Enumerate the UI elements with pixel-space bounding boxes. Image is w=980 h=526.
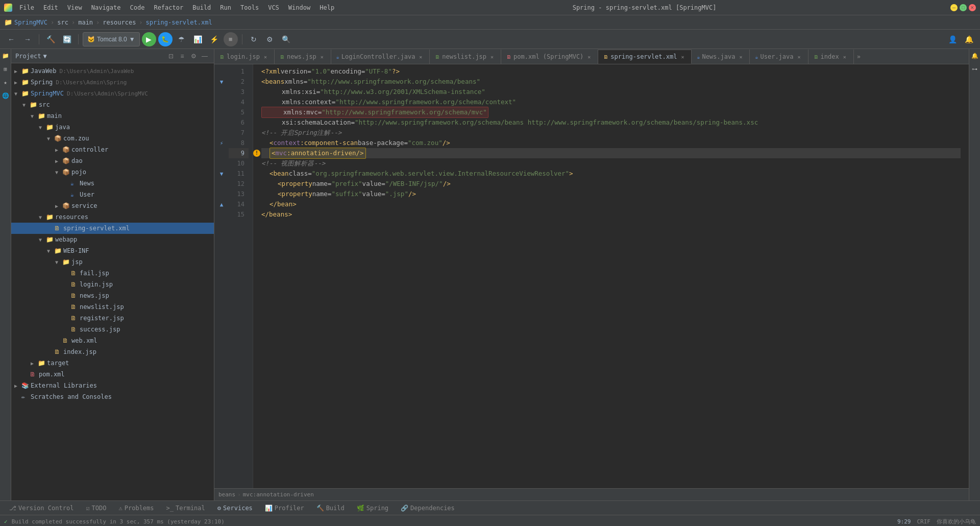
tab-close-button[interactable]: ✕ — [796, 53, 803, 60]
tree-item-pojo[interactable]: ▼ 📦 pojo — [11, 166, 214, 178]
tree-item-dao[interactable]: ▶ 📦 dao — [11, 155, 214, 166]
tree-item-service[interactable]: ▶ 📦 service — [11, 200, 214, 211]
menu-vcs[interactable]: VCS — [264, 3, 283, 13]
tree-item-src[interactable]: ▼ 📁 src — [11, 99, 214, 110]
encoding-label[interactable]: CRIF — [917, 518, 931, 525]
menu-tools[interactable]: Tools — [236, 3, 263, 13]
collapse-button[interactable]: ≡ — [177, 51, 187, 61]
tree-item-external-libs[interactable]: ▶ 📚 External Libraries — [11, 380, 214, 391]
tree-item-webapp[interactable]: ▼ 📁 webapp — [11, 234, 214, 245]
tree-item-java[interactable]: ▼ 📁 java — [11, 122, 214, 133]
tab-pom-xml[interactable]: 🗎 pom.xml (SpringMVC) ✕ — [501, 50, 598, 64]
menu-run[interactable]: Run — [216, 3, 235, 13]
tab-user-java[interactable]: ☕ User.java ✕ — [750, 50, 808, 64]
tab-login-jsp[interactable]: 🗎 login.jsp ✕ — [214, 50, 275, 64]
tree-item-pom[interactable]: ▶ 🗎 pom.xml — [11, 369, 214, 380]
run-button[interactable]: ▶ — [142, 32, 156, 46]
code-editor[interactable]: ▼ ⚡ ▼ ▲ 1 2 3 4 5 — [214, 64, 969, 488]
tab-close-button[interactable]: ✕ — [841, 53, 848, 60]
breadcrumb-bottom-annotation[interactable]: mvc:annotation-driven — [243, 491, 314, 498]
git-icon[interactable]: ⊶ — [970, 64, 979, 74]
tree-item-webinf[interactable]: ▼ 📁 WEB-INF — [11, 245, 214, 256]
tab-overflow-button[interactable]: » — [854, 50, 864, 64]
tab-terminal[interactable]: >_ Terminal — [161, 502, 210, 514]
tree-item-index-jsp[interactable]: ▶ 🗎 index.jsp — [11, 346, 214, 357]
back-button[interactable]: ← — [4, 32, 18, 46]
notifications-button[interactable]: 🔔 — [962, 32, 976, 46]
breadcrumb-item-2[interactable]: main — [78, 19, 93, 26]
tab-profiler[interactable]: 📊 Profiler — [260, 502, 309, 514]
tab-news-jsp[interactable]: 🗎 news.jsp ✕ — [275, 50, 331, 64]
tab-newslist-jsp[interactable]: 🗎 newslist.jsp ✕ — [430, 50, 501, 64]
run-config-selector[interactable]: 🐱 Tomcat 8.0 ▼ — [83, 32, 140, 46]
tree-item-scratches[interactable]: ▶ ✏️ Scratches and Consoles — [11, 391, 214, 402]
tree-item-springmvc[interactable]: ▼ 📁 SpringMVC D:\Users\Admin\SpringMVC — [11, 88, 214, 99]
stop-button[interactable]: ■ — [224, 32, 238, 46]
breadcrumb-item-1[interactable]: src — [57, 19, 68, 26]
tab-spring-servlet-xml[interactable]: 🗎 spring-servlet.xml ✕ — [598, 50, 692, 64]
web-icon[interactable]: 🌐 — [1, 91, 10, 100]
tab-build[interactable]: 🔨 Build — [311, 502, 350, 514]
breadcrumb-item-3[interactable]: resources — [103, 19, 136, 26]
code-content[interactable]: <?xml version="1.0" encoding="UTF-8" ?> … — [253, 64, 969, 488]
user-profile-button[interactable]: 👤 — [945, 32, 960, 46]
tree-item-news-jsp[interactable]: ▶ 🗎 news.jsp — [11, 290, 214, 301]
tree-item-jsp-folder[interactable]: ▼ 📁 jsp — [11, 256, 214, 268]
tab-close-button[interactable]: ✕ — [417, 53, 424, 60]
tree-item-user-class[interactable]: ▶ ☕ User — [11, 189, 214, 200]
tab-close-button[interactable]: ✕ — [585, 53, 593, 60]
menu-file[interactable]: File — [15, 3, 38, 13]
tab-logincontroller-java[interactable]: ☕ LoginController.java ✕ — [331, 50, 430, 64]
tab-problems[interactable]: ⚠ Problems — [114, 502, 159, 514]
close-button[interactable]: ✕ — [969, 4, 976, 11]
tree-item-register-jsp[interactable]: ▶ 🗎 register.jsp — [11, 313, 214, 324]
tree-item-newslist-jsp[interactable]: ▶ 🗎 newslist.jsp — [11, 301, 214, 313]
tree-item-news-class[interactable]: ▶ ☕ News — [11, 178, 214, 189]
tree-item-target[interactable]: ▶ 📁 target — [11, 357, 214, 369]
menu-navigate[interactable]: Navigate — [87, 3, 125, 13]
scope-button[interactable]: ⊡ — [166, 51, 176, 61]
hide-panel-button[interactable]: — — [200, 51, 210, 61]
maximize-button[interactable]: □ — [960, 4, 967, 11]
tree-item-com-zou[interactable]: ▼ 📦 com.zou — [11, 133, 214, 144]
tab-close-button[interactable]: ✕ — [737, 53, 744, 60]
build-button[interactable]: 🔨 — [43, 32, 58, 46]
tab-close-button[interactable]: ✕ — [262, 53, 269, 60]
tree-item-main[interactable]: ▼ 📁 main — [11, 110, 214, 122]
debug-button[interactable]: 🐛 — [158, 32, 173, 46]
menu-refactor[interactable]: Refactor — [150, 3, 187, 13]
gear-button[interactable]: ⚙ — [188, 51, 199, 61]
tab-todo[interactable]: ☑ TODO — [81, 502, 111, 514]
tab-index[interactable]: 🗎 index ✕ — [808, 50, 854, 64]
tab-version-control[interactable]: ⎇ Version Control — [4, 502, 79, 514]
tree-item-spring-servlet[interactable]: ▶ 🗎 spring-servlet.xml — [11, 223, 214, 234]
structure-icon[interactable]: ⊞ — [1, 64, 10, 74]
menu-window[interactable]: Window — [284, 3, 314, 13]
search-everywhere-button[interactable]: 🔍 — [279, 32, 293, 46]
tree-item-success-jsp[interactable]: ▶ 🗎 success.jsp — [11, 324, 214, 335]
project-icon[interactable]: 📁 — [1, 51, 10, 60]
settings-button[interactable]: ⚙ — [263, 32, 277, 46]
update-button[interactable]: ↻ — [247, 32, 261, 46]
tree-item-fail-jsp[interactable]: ▶ 🗎 fail.jsp — [11, 268, 214, 279]
tab-close-button[interactable]: ✕ — [679, 53, 686, 60]
dropdown-chevron-icon[interactable]: ▼ — [43, 53, 47, 60]
tree-item-web-xml[interactable]: ▶ 🗎 web.xml — [11, 335, 214, 346]
breadcrumb-item-4[interactable]: spring-servlet.xml — [146, 19, 212, 26]
forward-button[interactable]: → — [20, 32, 35, 46]
menu-build[interactable]: Build — [188, 3, 215, 13]
breadcrumb-item-0[interactable]: SpringMVC — [14, 19, 47, 26]
tree-item-spring[interactable]: ▶ 📁 Spring D:\Users\Admin\Spring — [11, 77, 214, 88]
tab-close-button[interactable]: ✕ — [488, 53, 496, 60]
tree-item-resources[interactable]: ▼ 📁 resources — [11, 211, 214, 223]
tree-item-login-jsp[interactable]: ▶ 🗎 login.jsp — [11, 279, 214, 290]
minimize-button[interactable]: ─ — [950, 4, 958, 11]
menu-view[interactable]: View — [63, 3, 86, 13]
breadcrumb-bottom-beans[interactable]: beans — [218, 491, 235, 498]
menu-edit[interactable]: Edit — [39, 3, 62, 13]
menu-code[interactable]: Code — [126, 3, 149, 13]
profile-button[interactable]: 📊 — [191, 32, 205, 46]
tab-dependencies[interactable]: 🔗 Dependencies — [396, 502, 460, 514]
tab-close-button[interactable]: ✕ — [318, 53, 326, 60]
tab-spring[interactable]: 🌿 Spring — [352, 502, 394, 514]
